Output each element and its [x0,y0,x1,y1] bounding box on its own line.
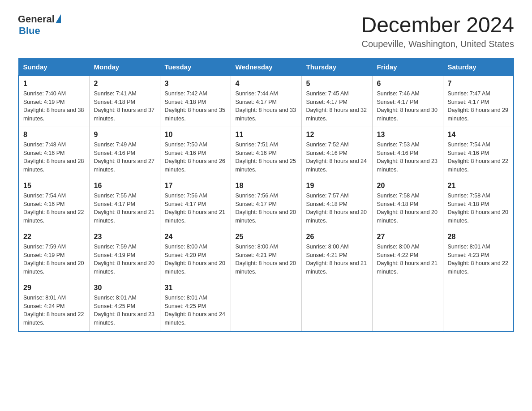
calendar-week-row: 1 Sunrise: 7:40 AMSunset: 4:19 PMDayligh… [18,76,514,127]
calendar-cell: 4 Sunrise: 7:44 AMSunset: 4:17 PMDayligh… [231,76,301,127]
day-number: 24 [165,233,226,241]
day-info: Sunrise: 7:52 AMSunset: 4:16 PMDaylight:… [306,141,367,173]
day-number: 22 [23,233,85,241]
calendar-cell [301,280,372,331]
day-info: Sunrise: 8:01 AMSunset: 4:24 PMDaylight:… [23,295,84,326]
calendar-header-row: SundayMondayTuesdayWednesdayThursdayFrid… [18,58,514,76]
day-number: 4 [236,80,297,88]
day-number: 21 [448,182,509,190]
day-number: 7 [448,80,509,88]
day-number: 15 [23,182,85,190]
calendar-cell: 28 Sunrise: 8:01 AMSunset: 4:23 PMDaylig… [443,229,514,280]
day-info: Sunrise: 8:01 AMSunset: 4:25 PMDaylight:… [94,295,155,326]
day-info: Sunrise: 7:56 AMSunset: 4:17 PMDaylight:… [236,193,296,224]
day-number: 28 [448,233,509,241]
day-number: 5 [306,80,368,88]
day-header-saturday: Saturday [443,58,514,76]
day-number: 18 [236,182,297,190]
day-info: Sunrise: 7:59 AMSunset: 4:19 PMDaylight:… [94,244,155,275]
calendar-cell: 18 Sunrise: 7:56 AMSunset: 4:17 PMDaylig… [231,178,301,229]
day-info: Sunrise: 8:00 AMSunset: 4:21 PMDaylight:… [236,244,296,275]
day-number: 11 [236,131,297,139]
calendar-week-row: 8 Sunrise: 7:48 AMSunset: 4:16 PMDayligh… [18,127,514,178]
calendar-cell: 31 Sunrise: 8:01 AMSunset: 4:25 PMDaylig… [160,280,231,331]
calendar-cell: 1 Sunrise: 7:40 AMSunset: 4:19 PMDayligh… [18,76,89,127]
calendar-cell: 3 Sunrise: 7:42 AMSunset: 4:18 PMDayligh… [160,76,231,127]
calendar-cell: 8 Sunrise: 7:48 AMSunset: 4:16 PMDayligh… [18,127,89,178]
day-header-thursday: Thursday [301,58,372,76]
day-info: Sunrise: 7:58 AMSunset: 4:18 PMDaylight:… [448,193,509,224]
calendar-cell: 27 Sunrise: 8:00 AMSunset: 4:22 PMDaylig… [372,229,443,280]
calendar-table: SundayMondayTuesdayWednesdayThursdayFrid… [18,58,514,332]
title-area: December 2024 Coupeville, Washington, Un… [361,13,514,49]
day-info: Sunrise: 7:49 AMSunset: 4:16 PMDaylight:… [94,141,155,173]
calendar-cell: 10 Sunrise: 7:50 AMSunset: 4:16 PMDaylig… [160,127,231,178]
day-header-wednesday: Wednesday [231,58,301,76]
day-number: 25 [236,233,297,241]
day-number: 12 [306,131,368,139]
calendar-cell: 5 Sunrise: 7:45 AMSunset: 4:17 PMDayligh… [301,76,372,127]
calendar-cell: 23 Sunrise: 7:59 AMSunset: 4:19 PMDaylig… [89,229,160,280]
day-info: Sunrise: 7:57 AMSunset: 4:18 PMDaylight:… [306,193,367,224]
calendar-cell: 29 Sunrise: 8:01 AMSunset: 4:24 PMDaylig… [18,280,89,331]
calendar-cell: 21 Sunrise: 7:58 AMSunset: 4:18 PMDaylig… [443,178,514,229]
day-info: Sunrise: 7:46 AMSunset: 4:17 PMDaylight:… [377,90,438,122]
day-number: 16 [94,182,155,190]
day-info: Sunrise: 7:48 AMSunset: 4:16 PMDaylight:… [23,141,84,173]
calendar-cell: 6 Sunrise: 7:46 AMSunset: 4:17 PMDayligh… [372,76,443,127]
calendar-cell: 26 Sunrise: 8:00 AMSunset: 4:21 PMDaylig… [301,229,372,280]
day-info: Sunrise: 7:56 AMSunset: 4:17 PMDaylight:… [165,193,226,224]
day-info: Sunrise: 7:53 AMSunset: 4:16 PMDaylight:… [377,141,438,173]
day-info: Sunrise: 7:58 AMSunset: 4:18 PMDaylight:… [377,193,438,224]
calendar-week-row: 22 Sunrise: 7:59 AMSunset: 4:19 PMDaylig… [18,229,514,280]
logo: General Blue [18,13,61,37]
day-info: Sunrise: 7:51 AMSunset: 4:16 PMDaylight:… [236,141,296,173]
calendar-cell: 24 Sunrise: 8:00 AMSunset: 4:20 PMDaylig… [160,229,231,280]
calendar-cell: 17 Sunrise: 7:56 AMSunset: 4:17 PMDaylig… [160,178,231,229]
day-number: 3 [165,80,226,88]
day-info: Sunrise: 8:00 AMSunset: 4:20 PMDaylight:… [165,244,226,275]
day-number: 14 [448,131,509,139]
calendar-cell: 12 Sunrise: 7:52 AMSunset: 4:16 PMDaylig… [301,127,372,178]
day-number: 6 [377,80,438,88]
day-number: 31 [165,284,226,292]
calendar-cell: 19 Sunrise: 7:57 AMSunset: 4:18 PMDaylig… [301,178,372,229]
logo-blue: Blue [19,25,40,37]
logo-triangle-icon [56,14,61,23]
calendar-cell: 16 Sunrise: 7:55 AMSunset: 4:17 PMDaylig… [89,178,160,229]
calendar-cell: 7 Sunrise: 7:47 AMSunset: 4:17 PMDayligh… [443,76,514,127]
day-header-monday: Monday [89,58,160,76]
day-info: Sunrise: 7:40 AMSunset: 4:19 PMDaylight:… [23,90,84,122]
day-number: 17 [165,182,226,190]
day-info: Sunrise: 7:59 AMSunset: 4:19 PMDaylight:… [23,244,84,275]
day-number: 10 [165,131,226,139]
day-info: Sunrise: 7:44 AMSunset: 4:17 PMDaylight:… [236,90,296,122]
day-info: Sunrise: 8:00 AMSunset: 4:21 PMDaylight:… [306,244,367,275]
day-number: 9 [94,131,155,139]
day-info: Sunrise: 7:47 AMSunset: 4:17 PMDaylight:… [448,90,509,122]
day-info: Sunrise: 7:54 AMSunset: 4:16 PMDaylight:… [448,141,509,173]
calendar-week-row: 29 Sunrise: 8:01 AMSunset: 4:24 PMDaylig… [18,280,514,331]
day-number: 26 [306,233,368,241]
day-info: Sunrise: 8:01 AMSunset: 4:23 PMDaylight:… [448,244,509,275]
calendar-week-row: 15 Sunrise: 7:54 AMSunset: 4:16 PMDaylig… [18,178,514,229]
day-number: 1 [23,80,85,88]
day-number: 23 [94,233,155,241]
day-header-sunday: Sunday [18,58,89,76]
calendar-cell: 14 Sunrise: 7:54 AMSunset: 4:16 PMDaylig… [443,127,514,178]
day-info: Sunrise: 7:54 AMSunset: 4:16 PMDaylight:… [23,193,84,224]
month-title: December 2024 [361,13,514,37]
day-info: Sunrise: 8:01 AMSunset: 4:25 PMDaylight:… [165,295,226,326]
day-number: 8 [23,131,85,139]
calendar-cell: 9 Sunrise: 7:49 AMSunset: 4:16 PMDayligh… [89,127,160,178]
day-number: 13 [377,131,438,139]
day-header-friday: Friday [372,58,443,76]
calendar-cell: 20 Sunrise: 7:58 AMSunset: 4:18 PMDaylig… [372,178,443,229]
day-info: Sunrise: 8:00 AMSunset: 4:22 PMDaylight:… [377,244,438,275]
day-number: 20 [377,182,438,190]
location: Coupeville, Washington, United States [361,39,514,49]
calendar-cell: 15 Sunrise: 7:54 AMSunset: 4:16 PMDaylig… [18,178,89,229]
calendar-cell [231,280,301,331]
calendar-cell: 11 Sunrise: 7:51 AMSunset: 4:16 PMDaylig… [231,127,301,178]
day-number: 19 [306,182,368,190]
